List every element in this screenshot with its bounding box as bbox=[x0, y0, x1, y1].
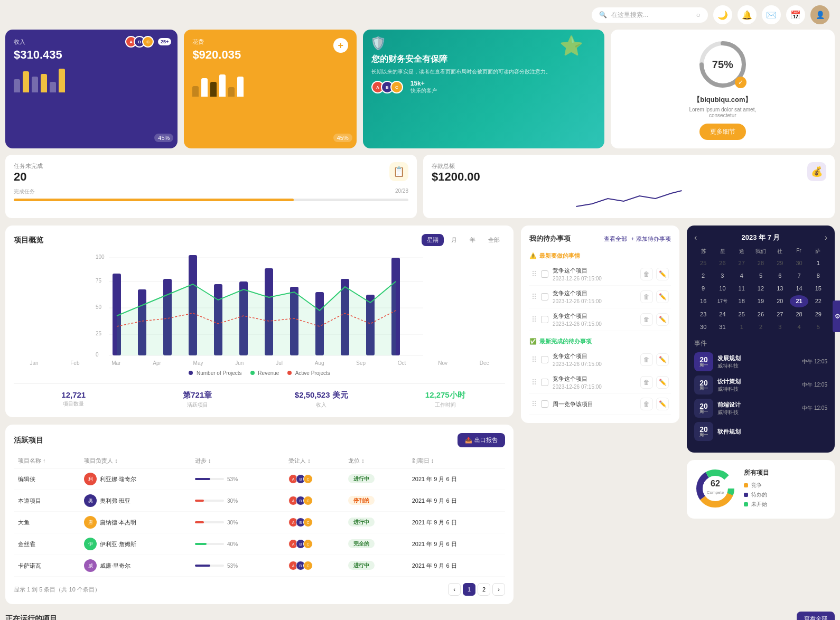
drag-icon-3[interactable]: ⠿ bbox=[531, 315, 537, 324]
calendar-settings-btn[interactable]: ⚙ bbox=[833, 300, 840, 332]
col-manager[interactable]: 项目负责人 ↕ bbox=[80, 454, 191, 468]
drag-icon-4[interactable]: ⠿ bbox=[531, 355, 537, 364]
view-all-todo[interactable]: 查看全部 bbox=[604, 235, 627, 243]
delete-icon-5[interactable]: 🗑 bbox=[640, 376, 653, 389]
cal-day[interactable]: 5 bbox=[752, 270, 770, 281]
drag-icon-6[interactable]: ⠿ bbox=[531, 400, 537, 408]
drag-icon-2[interactable]: ⠿ bbox=[531, 293, 537, 301]
assignee-av: C bbox=[303, 474, 313, 484]
cal-day[interactable]: 9 bbox=[694, 283, 712, 294]
main-3col: 项目概览 星期 月 年 全部 100 75 50 25 bbox=[5, 226, 835, 604]
cal-day[interactable]: 1 bbox=[733, 321, 751, 333]
cal-day[interactable]: 14 bbox=[790, 283, 808, 294]
cal-day[interactable]: 16 bbox=[694, 295, 712, 307]
edit-icon-1[interactable]: ✏️ bbox=[656, 268, 669, 280]
edit-icon-5[interactable]: ✏️ bbox=[656, 376, 669, 389]
checkbox-3[interactable] bbox=[541, 316, 548, 323]
delete-icon-1[interactable]: 🗑 bbox=[640, 268, 653, 280]
cal-day[interactable]: 11 bbox=[733, 283, 751, 294]
todo-item-1: ⠿ 竞争这个项目 2023-12-26 07:15:00 🗑 ✏️ bbox=[529, 263, 671, 286]
cal-day[interactable]: 5 bbox=[809, 321, 827, 333]
cal-day[interactable]: 30 bbox=[790, 257, 808, 269]
add-todo[interactable]: + 添加待办事项 bbox=[631, 235, 671, 243]
cal-day[interactable]: 24 bbox=[713, 308, 731, 320]
cal-day[interactable]: 29 bbox=[809, 308, 827, 320]
cal-day[interactable]: 15 bbox=[809, 283, 827, 294]
edit-icon-2[interactable]: ✏️ bbox=[656, 290, 669, 303]
delete-icon-6[interactable]: 🗑 bbox=[640, 398, 653, 410]
filter-tab-year[interactable]: 年 bbox=[464, 234, 481, 246]
cal-day[interactable]: 4 bbox=[790, 321, 808, 333]
dark-mode-icon[interactable]: 🌙 bbox=[713, 5, 732, 24]
cal-day[interactable]: 26 bbox=[752, 308, 770, 320]
cal-day[interactable]: 28 bbox=[790, 308, 808, 320]
cal-day[interactable]: 7 bbox=[790, 270, 808, 281]
cal-day[interactable]: 3 bbox=[713, 270, 731, 281]
page-1-btn[interactable]: 1 bbox=[463, 583, 475, 596]
cal-day[interactable]: 8 bbox=[809, 270, 827, 281]
filter-tab-all[interactable]: 全部 bbox=[483, 234, 505, 246]
cal-day[interactable]: 29 bbox=[771, 257, 789, 269]
next-page-btn[interactable]: › bbox=[492, 583, 505, 596]
cal-day-17[interactable]: 17号 bbox=[713, 295, 731, 307]
checkbox-1[interactable] bbox=[541, 270, 548, 278]
checkbox-2[interactable] bbox=[541, 293, 548, 300]
cal-day-today[interactable]: 21 bbox=[790, 295, 808, 307]
cal-day[interactable]: 13 bbox=[771, 283, 789, 294]
filter-tab-week[interactable]: 星期 bbox=[422, 234, 444, 246]
delete-icon-2[interactable]: 🗑 bbox=[640, 290, 653, 303]
calendar-icon[interactable]: 📅 bbox=[786, 5, 805, 24]
page-2-btn[interactable]: 2 bbox=[478, 583, 490, 596]
export-btn[interactable]: 📤 出口报告 bbox=[458, 433, 505, 447]
col-assignee[interactable]: 受让人 ↕ bbox=[284, 454, 344, 468]
cal-day[interactable]: 22 bbox=[809, 295, 827, 307]
drag-icon-5[interactable]: ⠿ bbox=[531, 378, 537, 387]
user-avatar[interactable]: 👤 bbox=[810, 5, 829, 24]
col-progress[interactable]: 进步 ↕ bbox=[191, 454, 284, 468]
cal-day[interactable]: 27 bbox=[733, 257, 751, 269]
checkbox-6[interactable] bbox=[541, 400, 548, 408]
more-detail-btn[interactable]: 更多细节 bbox=[699, 124, 746, 140]
cal-day[interactable]: 26 bbox=[713, 257, 731, 269]
cal-day[interactable]: 4 bbox=[733, 270, 751, 281]
cal-day[interactable]: 19 bbox=[752, 295, 770, 307]
cal-day[interactable]: 20 bbox=[771, 295, 789, 307]
notification-icon[interactable]: 🔔 bbox=[738, 5, 757, 24]
delete-icon-3[interactable]: 🗑 bbox=[640, 313, 653, 326]
cell-progress-0: 53% bbox=[191, 468, 284, 490]
cal-day[interactable]: 30 bbox=[694, 321, 712, 333]
edit-icon-4[interactable]: ✏️ bbox=[656, 353, 669, 366]
cal-day[interactable]: 23 bbox=[694, 308, 712, 320]
edit-icon-3[interactable]: ✏️ bbox=[656, 313, 669, 326]
cal-day[interactable]: 1 bbox=[809, 257, 827, 269]
cal-day[interactable]: 3 bbox=[771, 321, 789, 333]
cal-day[interactable]: 2 bbox=[694, 270, 712, 281]
drag-icon-1[interactable]: ⠿ bbox=[531, 270, 537, 278]
cal-day[interactable]: 28 bbox=[752, 257, 770, 269]
col-due[interactable]: 到期日 ↕ bbox=[408, 454, 505, 468]
cal-prev-btn[interactable]: ‹ bbox=[694, 233, 697, 242]
cal-day[interactable]: 6 bbox=[771, 270, 789, 281]
view-all-btn[interactable]: 查看全部 bbox=[797, 612, 835, 620]
cal-day[interactable]: 2 bbox=[752, 321, 770, 333]
cal-day[interactable]: 25 bbox=[733, 308, 751, 320]
cal-day[interactable]: 27 bbox=[771, 308, 789, 320]
col-name[interactable]: 项目名称 ↑ bbox=[14, 454, 80, 468]
checkbox-4[interactable] bbox=[541, 356, 548, 363]
add-expense-btn[interactable]: + bbox=[333, 38, 348, 53]
cal-day[interactable]: 18 bbox=[733, 295, 751, 307]
todo-text-2: 竞争这个项目 2023-12-26 07:15:00 bbox=[553, 289, 636, 304]
cal-next-btn[interactable]: › bbox=[825, 233, 827, 242]
delete-icon-4[interactable]: 🗑 bbox=[640, 353, 653, 366]
mail-icon[interactable]: ✉️ bbox=[762, 5, 781, 24]
edit-icon-6[interactable]: ✏️ bbox=[656, 398, 669, 410]
prev-page-btn[interactable]: ‹ bbox=[448, 583, 461, 596]
cal-day[interactable]: 10 bbox=[713, 283, 731, 294]
checkbox-5[interactable] bbox=[541, 379, 548, 386]
filter-tab-month[interactable]: 月 bbox=[446, 234, 462, 246]
col-position[interactable]: 龙位 ↕ bbox=[344, 454, 407, 468]
cal-day[interactable]: 25 bbox=[694, 257, 712, 269]
search-box[interactable]: 🔍 在这里搜索... ○ bbox=[592, 7, 708, 23]
cal-day[interactable]: 31 bbox=[713, 321, 731, 333]
cal-day[interactable]: 12 bbox=[752, 283, 770, 294]
